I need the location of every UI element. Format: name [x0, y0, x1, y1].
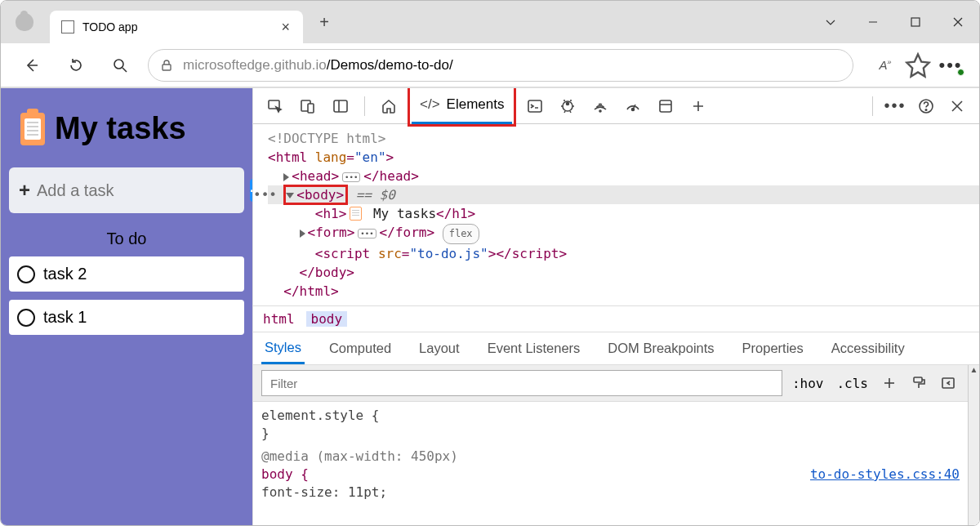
new-tab-button[interactable]: + — [311, 9, 337, 35]
tab-computed[interactable]: Computed — [326, 334, 394, 363]
collapse-icon[interactable] — [286, 193, 294, 198]
paint-icon[interactable] — [907, 372, 930, 394]
elements-tab-label: Elements — [447, 96, 505, 113]
clipboard-icon — [350, 207, 362, 221]
more-menu-icon[interactable]: ••• — [937, 51, 964, 79]
browser-window: TODO app × + microsoftedge.github.io/Dem… — [0, 0, 980, 526]
scrollbar[interactable]: ▲ — [968, 365, 979, 525]
chevron-down-icon[interactable] — [809, 4, 852, 40]
devtools-more-icon[interactable]: ••• — [881, 92, 909, 120]
svg-rect-12 — [334, 100, 347, 112]
tab-dom-breakpoints[interactable]: DOM Breakpoints — [604, 334, 717, 363]
svg-point-24 — [599, 110, 601, 112]
favorite-icon[interactable] — [904, 51, 932, 79]
styles-filter-row: :hov .cls — [253, 365, 968, 402]
page-heading: My tasks — [9, 96, 244, 167]
svg-line-22 — [564, 111, 565, 113]
add-task-input[interactable] — [37, 181, 243, 200]
dom-breadcrumb[interactable]: html body — [253, 305, 979, 332]
sources-tab-icon[interactable] — [554, 92, 581, 120]
flex-badge[interactable]: flex — [443, 224, 479, 244]
svg-point-26 — [632, 108, 635, 110]
svg-rect-7 — [163, 65, 171, 70]
hov-toggle[interactable]: :hov — [789, 374, 827, 393]
elements-tab[interactable]: </> Elements — [412, 88, 512, 124]
dom-node[interactable]: </html> — [268, 282, 979, 301]
close-devtools-icon[interactable] — [943, 92, 971, 120]
address-bar-row: microsoftedge.github.io/Demos/demo-to-do… — [1, 43, 979, 87]
lock-icon — [160, 59, 173, 72]
task-checkbox-icon[interactable] — [17, 265, 35, 283]
dom-node-selected[interactable]: ••• <body> == $0 — [268, 185, 979, 204]
address-bar[interactable]: microsoftedge.github.io/Demos/demo-to-do… — [148, 49, 853, 82]
computed-toggle-icon[interactable] — [937, 372, 960, 394]
code-icon: </> — [420, 96, 440, 113]
devtools-toolbar: </> Elements ••• — [253, 88, 979, 124]
welcome-tab-icon[interactable] — [375, 92, 403, 120]
search-icon[interactable] — [104, 49, 136, 82]
task-label: task 2 — [43, 265, 87, 283]
plus-icon: + — [19, 179, 30, 202]
tab-properties[interactable]: Properties — [739, 334, 807, 363]
page-heading-text: My tasks — [55, 111, 186, 146]
cls-toggle[interactable]: .cls — [833, 374, 871, 393]
browser-tab[interactable]: TODO app × — [50, 11, 303, 43]
back-button[interactable] — [16, 49, 48, 82]
close-tab-icon[interactable]: × — [281, 19, 290, 36]
elements-tab-highlight: </> Elements — [408, 87, 516, 127]
refresh-button[interactable] — [60, 49, 92, 82]
maximize-button[interactable] — [894, 4, 937, 40]
devtools-panel: </> Elements ••• <!DOCT — [252, 88, 979, 525]
panel-toggle-icon[interactable] — [327, 92, 354, 120]
svg-rect-37 — [914, 377, 922, 382]
tab-accessibility[interactable]: Accessibility — [828, 334, 908, 363]
device-toggle-icon[interactable] — [294, 92, 322, 120]
minimize-button[interactable] — [852, 4, 894, 40]
dom-node[interactable]: <script src="to-do.js"></script> — [268, 244, 979, 263]
profile-avatar-icon[interactable] — [16, 13, 33, 31]
dom-node[interactable]: <h1> My tasks</h1> — [268, 204, 979, 223]
stylesheet-link[interactable]: to-do-styles.css:40 — [810, 466, 960, 484]
inspect-element-icon[interactable] — [261, 92, 289, 120]
title-bar: TODO app × + — [1, 1, 979, 43]
expand-icon[interactable] — [300, 230, 305, 238]
body-tag-highlight: <body> — [283, 185, 348, 205]
add-task-form[interactable]: + ➔ — [9, 167, 244, 213]
dom-tree[interactable]: <!DOCTYPE html> <html lang="en"> <head>•… — [253, 124, 979, 305]
dom-node[interactable]: </body> — [268, 263, 979, 282]
svg-rect-27 — [660, 100, 671, 112]
read-aloud-icon[interactable]: A» — [871, 51, 899, 79]
task-item[interactable]: task 2 — [9, 256, 244, 292]
network-tab-icon[interactable] — [586, 92, 614, 120]
breadcrumb-item[interactable]: html — [263, 311, 295, 327]
styles-pane[interactable]: element.style { } @media (max-width: 450… — [253, 402, 968, 525]
svg-point-17 — [567, 102, 569, 105]
more-tabs-button[interactable] — [684, 92, 712, 120]
content-area: My tasks + ➔ To do task 2 task 1 — [1, 87, 979, 525]
tab-event-listeners[interactable]: Event Listeners — [484, 334, 584, 363]
style-rule-close: } — [261, 425, 960, 443]
breadcrumb-item[interactable]: body — [306, 311, 348, 327]
performance-tab-icon[interactable] — [619, 92, 647, 120]
style-rule[interactable]: element.style { — [261, 407, 960, 425]
svg-rect-14 — [528, 100, 541, 112]
help-icon[interactable] — [912, 92, 940, 120]
dom-node[interactable]: <!DOCTYPE html> — [268, 129, 979, 148]
url-text: microsoftedge.github.io/Demos/demo-to-do… — [183, 57, 453, 74]
dom-node[interactable]: <form>•••</form> flex — [268, 223, 979, 244]
new-style-rule-button[interactable] — [878, 372, 901, 394]
task-checkbox-icon[interactable] — [17, 309, 35, 327]
expand-icon[interactable] — [283, 173, 289, 181]
tab-layout[interactable]: Layout — [416, 334, 463, 363]
todo-section-label: To do — [9, 230, 244, 248]
css-property[interactable]: font-size: 11pt; — [261, 484, 960, 501]
tab-styles[interactable]: Styles — [261, 333, 305, 364]
selector[interactable]: body { — [261, 466, 309, 482]
close-window-button[interactable] — [937, 4, 979, 40]
task-item[interactable]: task 1 — [9, 300, 244, 335]
console-tab-icon[interactable] — [521, 92, 549, 120]
dom-node[interactable]: <head>•••</head> — [268, 167, 979, 185]
dom-node[interactable]: <html lang="en"> — [268, 148, 979, 167]
styles-filter-input[interactable] — [261, 370, 782, 396]
application-tab-icon[interactable] — [652, 92, 679, 120]
